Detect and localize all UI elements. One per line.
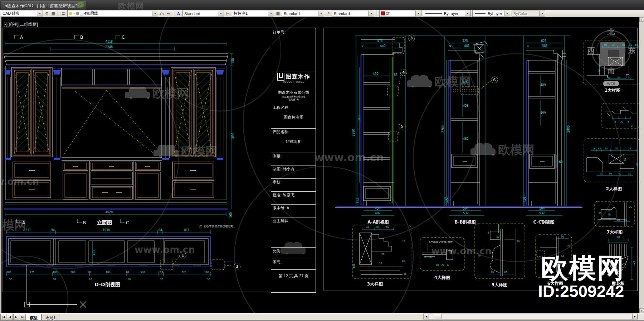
linetype-combo[interactable]: ByLayer ▼ bbox=[423, 10, 471, 17]
svg-text:708: 708 bbox=[106, 271, 110, 274]
scroll-left-icon[interactable]: ◀ bbox=[424, 314, 429, 319]
viewport-controls-label[interactable]: [-][俯视][二维线框] bbox=[4, 21, 38, 28]
svg-text:20: 20 bbox=[436, 264, 439, 267]
svg-text:25: 25 bbox=[567, 244, 571, 247]
workspace-combo[interactable]: CAD 经典 ▼ bbox=[1, 10, 43, 17]
toolbar-separator bbox=[58, 10, 59, 16]
scroll-right-icon[interactable]: ▶ bbox=[632, 314, 638, 319]
mleader-style-combo[interactable]: Standard ▼ bbox=[332, 10, 374, 17]
svg-text:欧模网: 欧模网 bbox=[181, 144, 218, 158]
scroll-up-icon[interactable]: ▲ bbox=[639, 17, 644, 22]
document-tab[interactable]: 5图森木作CAD...门垭口窗套壁炉线型* × bbox=[1, 1, 86, 10]
scale-field: 比例: bbox=[271, 248, 316, 259]
svg-text:30: 30 bbox=[628, 172, 631, 175]
company-info: 图森木业有限公司 浙江省湖州市旧馆街道 迎宾路1号 bbox=[271, 89, 316, 104]
document-tab-title: 5图森木作CAD...门垭口窗套壁炉线型* bbox=[5, 3, 77, 9]
drawing-canvas[interactable]: [-][俯视][二维线框] bbox=[0, 17, 644, 313]
svg-text:25: 25 bbox=[629, 206, 632, 209]
svg-text:62: 62 bbox=[497, 236, 500, 239]
layer-previous-icon[interactable]: ⇤ bbox=[166, 11, 171, 16]
last-tab-button[interactable]: ▶| bbox=[20, 314, 26, 320]
detail-2-label: 2大样图 bbox=[606, 186, 622, 191]
svg-text:30: 30 bbox=[622, 44, 625, 47]
dim-style-combo[interactable]: 标标注1 ▼ bbox=[232, 10, 274, 17]
workspace-value: CAD 经典 bbox=[3, 11, 36, 16]
svg-text:160: 160 bbox=[557, 160, 562, 164]
svg-text:C: C bbox=[122, 35, 125, 40]
dim-style-icon[interactable]: ⊢ bbox=[225, 11, 231, 16]
next-tab-button[interactable]: ▶ bbox=[13, 314, 19, 320]
layer-properties-icon[interactable]: ≣ bbox=[60, 11, 66, 16]
first-tab-button[interactable]: |◀ bbox=[0, 314, 6, 320]
svg-text:30: 30 bbox=[600, 172, 604, 175]
svg-text:2248: 2248 bbox=[106, 45, 113, 49]
svg-text:12: 12 bbox=[598, 147, 601, 150]
linetype-sample bbox=[425, 13, 442, 14]
svg-text:580: 580 bbox=[140, 271, 145, 274]
svg-text:18: 18 bbox=[592, 147, 596, 150]
layer-combo[interactable]: ☀ 4轮廓线 ▼ bbox=[67, 10, 158, 17]
table-style-icon[interactable]: ▦ bbox=[275, 11, 281, 16]
color-combo[interactable]: 红 ▼ bbox=[379, 10, 421, 17]
detail-5-label: 5大样图 bbox=[492, 282, 507, 287]
svg-text:6: 6 bbox=[608, 210, 611, 211]
lineweight-combo[interactable]: ByLayer ▼ bbox=[472, 10, 510, 17]
svg-text:454: 454 bbox=[375, 207, 380, 210]
scroll-down-icon[interactable]: ▼ bbox=[639, 308, 644, 313]
window-edge bbox=[0, 17, 1, 313]
svg-text:18: 18 bbox=[128, 278, 131, 281]
layer-value: 4轮廓线 bbox=[84, 11, 151, 16]
svg-text:449: 449 bbox=[380, 44, 385, 48]
svg-text:18: 18 bbox=[376, 226, 379, 229]
svg-text:25: 25 bbox=[628, 147, 631, 150]
svg-text:532: 532 bbox=[463, 212, 468, 215]
section-aa-label: A-A剖视图 bbox=[367, 220, 389, 225]
toolbar: CAD 经典 ▼ ⚙ ▦ ≣ ☀ 4轮廓线 ▼ 🗁 ⇤ A Standard ▼… bbox=[0, 10, 644, 18]
text-style-combo[interactable]: Standard ▼ bbox=[182, 10, 224, 17]
svg-text:70: 70 bbox=[386, 226, 389, 229]
svg-text:欧模网: 欧模网 bbox=[434, 75, 471, 89]
gear-icon[interactable]: ⚙ bbox=[44, 11, 50, 16]
svg-text:30: 30 bbox=[207, 278, 210, 281]
svg-text:16: 16 bbox=[624, 158, 627, 161]
chevron-down-icon: ▼ bbox=[415, 11, 421, 16]
prev-tab-button[interactable]: ◀ bbox=[7, 314, 13, 320]
svg-text:30: 30 bbox=[53, 278, 56, 281]
svg-text:30: 30 bbox=[608, 76, 611, 79]
svg-text:9: 9 bbox=[527, 45, 528, 48]
svg-text:20: 20 bbox=[620, 120, 624, 123]
table-style-value: Standard bbox=[284, 11, 317, 16]
detail-7-label: 7大样图 bbox=[607, 230, 623, 235]
mleader-style-icon[interactable]: ↗ bbox=[325, 11, 331, 16]
scrollbar-thumb[interactable] bbox=[434, 314, 441, 319]
page-field: 第 12 页,共 27 页 bbox=[271, 270, 316, 283]
workspace-settings-icon[interactable]: ▦ bbox=[50, 11, 56, 16]
product-field: 产品名称: 1#试听柜 bbox=[271, 129, 316, 153]
plotstyle-value: ByColor bbox=[513, 11, 538, 16]
detail-7: 30 6 18 6 20 16 25 7大样图 bbox=[595, 201, 634, 235]
svg-text:30: 30 bbox=[561, 235, 564, 238]
callout-2: 2 bbox=[236, 264, 239, 268]
plotstyle-combo: ByColor ▼ bbox=[512, 10, 545, 17]
table-style-combo[interactable]: Standard ▼ bbox=[282, 10, 324, 17]
detail-4: 6mm钢化玻璃 自带 15 16 20 20 6 4大样图 bbox=[420, 238, 465, 280]
svg-text:132: 132 bbox=[356, 198, 359, 203]
compass-north: 北 bbox=[607, 28, 615, 36]
detail-2: 18 12 25 50 25 30 30 40 30 60 16 2大样图 bbox=[584, 139, 640, 191]
dd-section-view: 811 94 1938 94 811 423 bbox=[6, 229, 240, 287]
owner-confirm-field: 业主确认: bbox=[271, 217, 316, 248]
toolbar-separator bbox=[173, 10, 174, 16]
svg-text:30: 30 bbox=[609, 172, 612, 175]
vertical-scrollbar[interactable]: ▲ ▼ bbox=[639, 17, 644, 313]
draftsman-field: 制图: 韩李有 bbox=[271, 166, 316, 179]
svg-text:132: 132 bbox=[523, 196, 526, 202]
measure-field: 测量: bbox=[271, 153, 316, 166]
drawing-no-field: 图号: bbox=[271, 259, 316, 270]
svg-text:485: 485 bbox=[464, 44, 469, 48]
text-style-icon[interactable]: A bbox=[176, 11, 181, 16]
svg-text:65: 65 bbox=[504, 271, 508, 274]
horizontal-scrollbar[interactable]: ◀ ▶ bbox=[423, 313, 638, 320]
layer-states-icon[interactable]: 🗁 bbox=[159, 11, 165, 16]
compass-west: 西 bbox=[587, 46, 595, 55]
svg-text:1933: 1933 bbox=[358, 115, 361, 122]
